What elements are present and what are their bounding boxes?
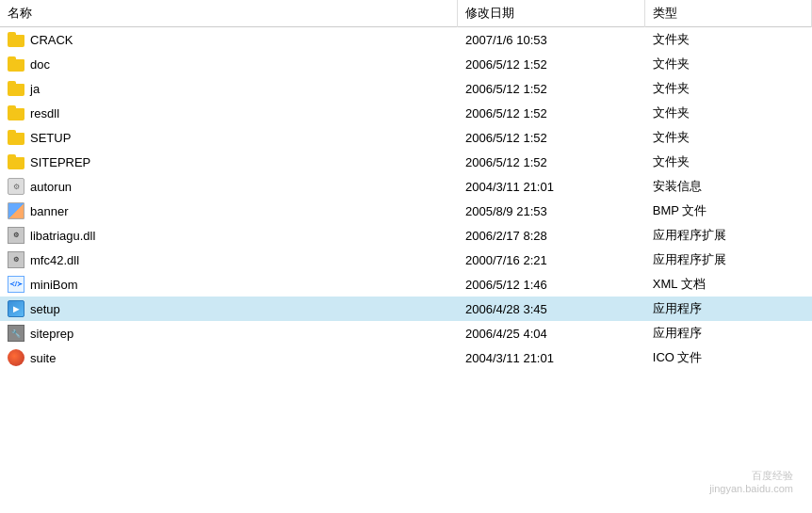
file-type: BMP 文件 [645,199,812,223]
file-name-cell: banner [0,199,458,223]
table-row[interactable]: ≺/≻ miniBom 2006/5/12 1:46 XML 文档 [0,272,812,297]
autorun-icon: ⚙ [8,178,24,195]
name-column-header[interactable]: 名称 [0,0,458,27]
setup-exe-icon: ▶ [8,300,24,317]
table-row[interactable]: SETUP 2006/5/12 1:52 文件夹 [0,125,812,150]
file-name: SETUP [30,131,71,145]
file-name-cell: ≺/≻ miniBom [0,272,458,297]
file-date: 2006/5/12 1:52 [458,101,645,125]
file-name-cell: resdll [0,101,458,125]
table-row[interactable]: ja 2006/5/12 1:52 文件夹 [0,76,812,101]
table-row[interactable]: suite 2004/3/11 21:01 ICO 文件 [0,345,812,370]
table-row[interactable]: 🔧 siteprep 2006/4/25 4:04 应用程序 [0,321,812,345]
file-name-cell: ▶ setup [0,297,458,321]
file-type: 文件夹 [645,76,812,101]
file-name-cell: suite [0,345,458,370]
watermark-line2: jingyan.baidu.com [709,483,793,494]
file-type: 文件夹 [645,101,812,125]
file-date: 2006/4/28 3:45 [458,297,645,321]
folder-icon [8,56,24,72]
table-row[interactable]: resdll 2006/5/12 1:52 文件夹 [0,101,812,125]
file-name: banner [30,204,68,218]
file-date: 2006/5/12 1:52 [458,52,645,76]
file-type: 应用程序扩展 [645,248,812,272]
table-header-row: 名称 修改日期 类型 [0,0,812,27]
file-name-cell: ⚙ autorun [0,174,458,199]
file-list: 名称 修改日期 类型 CRACK 2007/1/6 10:53 文件夹 doc … [0,0,812,370]
table-row[interactable]: SITEPREP 2006/5/12 1:52 文件夹 [0,150,812,174]
file-date: 2005/8/9 21:53 [458,199,645,223]
file-name: ja [30,82,40,96]
file-name-cell: 🔧 siteprep [0,321,458,345]
table-row[interactable]: banner 2005/8/9 21:53 BMP 文件 [0,199,812,223]
file-name-cell: ⚙ libatriagu.dll [0,223,458,248]
folder-icon [8,31,24,48]
file-type: 应用程序 [645,321,812,345]
file-name: siteprep [30,327,73,341]
file-name: suite [30,351,56,365]
file-date: 2006/5/12 1:46 [458,272,645,297]
file-name: resdll [30,106,59,120]
file-name-cell: doc [0,52,458,76]
siteprep-icon: 🔧 [8,325,24,342]
file-name: libatriagu.dll [30,229,95,243]
file-type: 应用程序 [645,297,812,321]
file-type: ICO 文件 [645,345,812,370]
folder-icon [8,153,24,170]
file-type: 文件夹 [645,125,812,150]
file-date: 2006/5/12 1:52 [458,76,645,101]
file-type: XML 文档 [645,272,812,297]
table-row[interactable]: ⚙ libatriagu.dll 2006/2/17 8:28 应用程序扩展 [0,223,812,248]
file-type: 文件夹 [645,150,812,174]
file-name-cell: SETUP [0,125,458,150]
file-name: setup [30,302,60,316]
file-name: CRACK [30,33,73,47]
file-name-cell: CRACK [0,27,458,52]
file-name: SITEPREP [30,155,90,169]
file-name: miniBom [30,278,78,292]
table-row[interactable]: CRACK 2007/1/6 10:53 文件夹 [0,27,812,53]
file-date: 2006/5/12 1:52 [458,150,645,174]
ico-icon [8,349,24,366]
file-date: 2006/5/12 1:52 [458,125,645,150]
file-date: 2006/4/25 4:04 [458,321,645,345]
file-type: 安装信息 [645,174,812,199]
date-column-header[interactable]: 修改日期 [458,0,645,27]
xml-icon: ≺/≻ [8,276,24,293]
table-row[interactable]: ⚙ mfc42.dll 2000/7/16 2:21 应用程序扩展 [0,248,812,272]
dll-icon: ⚙ [8,251,24,268]
file-name-cell: SITEPREP [0,150,458,174]
folder-icon [8,80,24,97]
file-name: mfc42.dll [30,253,79,267]
table-row[interactable]: ⚙ autorun 2004/3/11 21:01 安装信息 [0,174,812,199]
table-row[interactable]: doc 2006/5/12 1:52 文件夹 [0,52,812,76]
file-date: 2007/1/6 10:53 [458,27,645,53]
watermark: 百度经验 jingyan.baidu.com [709,469,793,494]
folder-icon [8,104,24,121]
file-name: doc [30,57,50,72]
file-name-cell: ⚙ mfc42.dll [0,248,458,272]
folder-icon [8,129,24,146]
file-name: autorun [30,180,72,194]
bmp-icon [8,202,24,219]
dll-icon: ⚙ [8,227,24,244]
file-date: 2004/3/11 21:01 [458,174,645,199]
type-column-header[interactable]: 类型 [645,0,812,27]
watermark-line1: 百度经验 [709,469,793,483]
file-date: 2006/2/17 8:28 [458,223,645,248]
file-type: 文件夹 [645,52,812,76]
table-row[interactable]: ▶ setup 2006/4/28 3:45 应用程序 [0,297,812,321]
file-date: 2000/7/16 2:21 [458,248,645,272]
file-type: 文件夹 [645,27,812,53]
file-type: 应用程序扩展 [645,223,812,248]
file-name-cell: ja [0,76,458,101]
file-date: 2004/3/11 21:01 [458,345,645,370]
